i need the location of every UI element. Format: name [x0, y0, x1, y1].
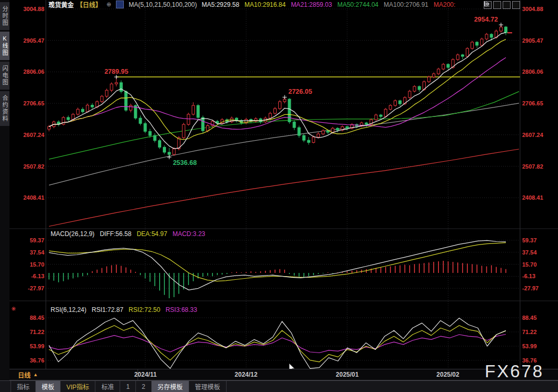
tab-VIP指标[interactable]: VIP指标 [61, 381, 95, 392]
candle [389, 105, 391, 109]
candle [168, 152, 171, 154]
axis-tick-label: -6.13 [522, 273, 556, 279]
candle [105, 90, 108, 96]
candle [187, 114, 190, 124]
ma-group-label: MA(5,10,21,50,100,200) [129, 1, 197, 8]
axis-tick-label: 15.70 [9, 261, 44, 268]
month-label: 2024/11 [127, 371, 164, 378]
candle [125, 92, 128, 110]
axis-tick-label: 2507.82 [9, 163, 44, 170]
tab-1[interactable]: 1 [120, 381, 136, 392]
exit-icon[interactable] [512, 1, 520, 9]
sidebar-tab-闪电图[interactable]: 闪电图 [0, 62, 9, 90]
rsi3-value: RSI3:68.33 [165, 306, 197, 313]
axis-tick-label: -6.13 [9, 273, 44, 279]
triangle-up-icon: ▲ [33, 372, 38, 377]
macd-dea-value: DEA:54.97 [136, 230, 167, 238]
axis-tick-label: 37.54 [9, 249, 44, 256]
sidebar: 分时图K线图闪电图合约资料 [0, 0, 9, 392]
indicator-settings-icon[interactable] [12, 307, 16, 311]
rsi-name: RSI(6,12,24) [51, 306, 86, 313]
candle [418, 86, 420, 90]
chart-toolbar [484, 1, 520, 9]
candle [471, 42, 474, 48]
axis-tick-label: 2408.41 [522, 194, 556, 201]
ma-value-ma200: MA200: [434, 1, 455, 8]
candle [485, 34, 488, 39]
candle [86, 105, 89, 112]
rsi2-value: RSI2:72.50 [129, 306, 160, 313]
axis-tick-label: 53.99 [522, 343, 556, 349]
macd-header: MACD(26,12,9) DIFF:56.58 DEA:54.97 MACD:… [51, 230, 205, 238]
ma-value-ma100: MA100:2706.91 [384, 1, 428, 8]
candle [375, 115, 377, 120]
candle [481, 39, 483, 45]
candle [115, 83, 118, 84]
bottom-tabbar: 指标模板VIP指标标准12另存模板管理模板 [0, 380, 558, 392]
axis-tick-label: 88.45 [9, 315, 44, 321]
axis-tick-label: 2905.47 [9, 37, 44, 44]
candle [427, 77, 430, 82]
zoom-out-icon[interactable] [503, 1, 511, 9]
candle [207, 126, 209, 131]
axis-tick-label: 71.22 [9, 329, 44, 335]
chart-type-icon[interactable] [116, 1, 124, 8]
tab-标准[interactable]: 标准 [95, 381, 120, 392]
candle [433, 74, 435, 77]
axis-tick-label: 53.99 [9, 343, 44, 349]
axis-tick-label: 88.45 [522, 315, 556, 321]
candle [48, 126, 51, 129]
candle [101, 96, 103, 102]
macd-diff-value: DIFF:56.58 [100, 230, 131, 238]
chart-header: 现货黄金【日线】 ⊕ MA(5,10,21,50,100,200) MA5:29… [48, 1, 455, 8]
candle [273, 109, 276, 113]
axis-tick-label: 2607.24 [522, 132, 556, 138]
tab-模板[interactable]: 模板 [36, 381, 61, 392]
tab-指标[interactable]: 指标 [11, 381, 36, 392]
candle [202, 117, 204, 131]
macd-macd-value: MACD:3.23 [172, 230, 205, 238]
macd-name: MACD(26,12,9) [51, 230, 94, 238]
period-selector-label: 日线 [18, 370, 31, 379]
candle [413, 86, 416, 91]
candle [279, 102, 281, 109]
chart-canvas[interactable]: 2789.952536.682726.052954.72 [0, 0, 558, 392]
month-label: 2025/02 [429, 371, 466, 378]
candle [461, 55, 464, 56]
axis-tick-label: 3004.88 [9, 6, 44, 12]
axis-tick-label: 2905.47 [522, 37, 556, 44]
axis-tick-label: 15.70 [522, 261, 556, 268]
period-selector[interactable]: 日线 ▲ [11, 369, 138, 380]
tab-另存模板[interactable]: 另存模板 [152, 381, 189, 392]
add-compare-icon[interactable]: ⊕ [106, 1, 111, 8]
candle [197, 105, 199, 117]
axis-tick-label: 59.37 [9, 237, 44, 243]
ma-values: MA5:2929.58MA10:2916.84MA21:2859.03MA50:… [202, 1, 456, 8]
zoom-in-icon[interactable] [493, 1, 501, 9]
tab-管理模板[interactable]: 管理模板 [189, 381, 227, 392]
candle [331, 128, 334, 132]
sidebar-tab-合约资料[interactable]: 合约资料 [0, 91, 9, 126]
candle [302, 135, 305, 140]
candle [312, 137, 315, 142]
axis-tick-label: 2806.06 [522, 68, 556, 75]
candle [466, 48, 468, 56]
app-window: 2789.952536.682726.052954.72 分时图K线图闪电图合约… [0, 0, 558, 392]
tab-2[interactable]: 2 [136, 381, 152, 392]
candle [379, 115, 382, 116]
candle [447, 64, 449, 67]
candle [500, 27, 502, 31]
candle [110, 84, 113, 90]
candle [442, 64, 445, 69]
axis-tick-label: 2706.65 [522, 100, 556, 106]
candle [317, 134, 320, 137]
axis-tick-label: 2607.24 [9, 132, 44, 138]
sidebar-tab-分时图[interactable]: 分时图 [0, 2, 9, 30]
candle [322, 131, 325, 134]
candle [173, 149, 175, 154]
candle [120, 83, 122, 92]
sidebar-tab-K线图[interactable]: K线图 [0, 32, 9, 60]
candle [283, 99, 286, 102]
candle [456, 55, 459, 60]
axis-tick-label: 37.54 [522, 249, 556, 256]
